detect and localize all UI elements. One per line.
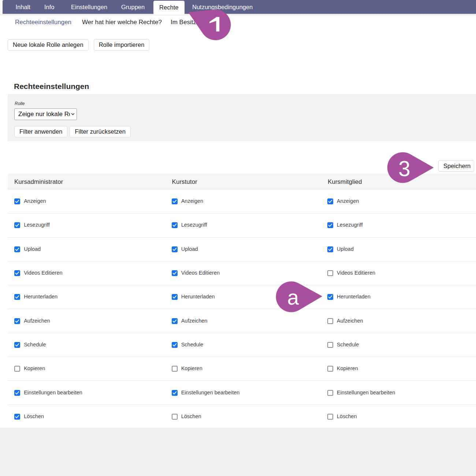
svg-text:a: a — [287, 286, 299, 309]
svg-text:3: 3 — [398, 157, 410, 181]
